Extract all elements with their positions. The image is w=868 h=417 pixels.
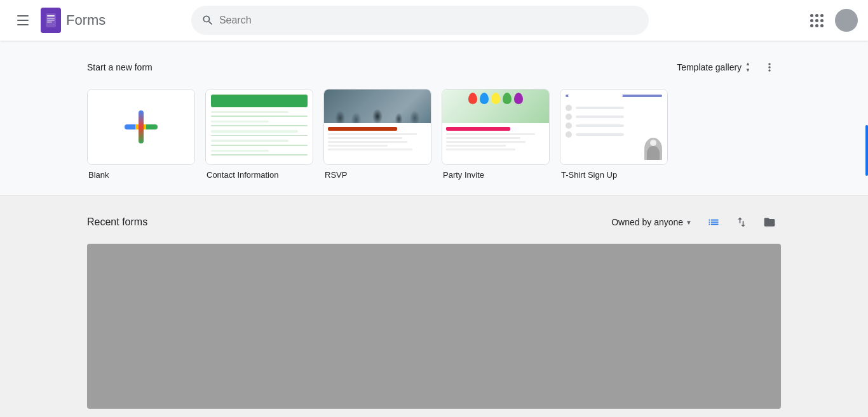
party-invite-label: Party Invite [442,170,550,180]
owned-by-label: Owned by anyone [611,217,683,227]
apps-grid-button[interactable] [804,8,830,33]
app-logo-link[interactable]: Forms [41,8,105,33]
owned-by-arrow-icon: ▼ [686,219,692,226]
template-card-tshirt-signup[interactable]: T-Shirt Sign Up [560,89,668,180]
template-card-party-invite[interactable]: Party Invite [442,89,550,180]
tshirt-signup-thumbnail [560,89,668,165]
recent-section: Recent forms Owned by anyone ▼ [72,195,796,417]
rsvp-label: RSVP [323,170,431,180]
scrollbar-accent [865,125,868,176]
forms-logo-icon [41,8,61,33]
sort-icon [735,216,748,228]
app-header: Forms [0,0,868,41]
list-view-icon [707,216,720,228]
avatar[interactable] [835,9,858,32]
template-header: Start a new form Template gallery [87,56,781,79]
more-options-button[interactable] [758,56,781,79]
svg-rect-4 [47,22,52,23]
svg-rect-1 [47,15,55,17]
recent-forms-title: Recent forms [87,216,147,228]
tshirt-signup-label: T-Shirt Sign Up [560,170,668,180]
svg-rect-3 [47,20,55,21]
contact-info-thumbnail [205,89,313,165]
template-card-rsvp[interactable]: RSVP [323,89,431,180]
template-gallery-button[interactable]: Template gallery [672,58,756,77]
blank-thumbnail [87,89,195,165]
recent-forms-area [87,244,781,409]
recent-header: Recent forms Owned by anyone ▼ [87,211,781,234]
template-cards-list: Blank [87,89,781,180]
more-vert-icon [763,61,776,74]
template-card-contact-info[interactable]: Contact Information [205,89,313,180]
search-input[interactable] [219,15,639,26]
template-gallery-label: Template gallery [677,62,742,72]
svg-rect-2 [47,18,55,19]
rsvp-thumbnail [323,89,431,165]
template-card-blank[interactable]: Blank [87,89,195,180]
search-icon [201,14,214,27]
folder-view-button[interactable] [758,211,781,234]
sort-button[interactable] [730,211,753,234]
grid-dots-icon [810,14,824,27]
plus-icon [125,110,158,143]
menu-button[interactable] [10,8,36,33]
start-new-form-title: Start a new form [87,62,153,72]
search-bar [191,6,649,35]
chevron-updown-icon [745,62,750,73]
recent-controls: Owned by anyone ▼ [606,211,781,234]
blank-label: Blank [87,170,195,180]
app-name-label: Forms [66,12,105,29]
contact-info-label: Contact Information [205,170,313,180]
list-view-button[interactable] [702,211,725,234]
header-right [804,8,858,33]
party-invite-thumbnail [442,89,550,165]
template-section: Start a new form Template gallery [0,41,868,195]
folder-icon [763,216,776,228]
owned-by-dropdown[interactable]: Owned by anyone ▼ [606,213,697,231]
